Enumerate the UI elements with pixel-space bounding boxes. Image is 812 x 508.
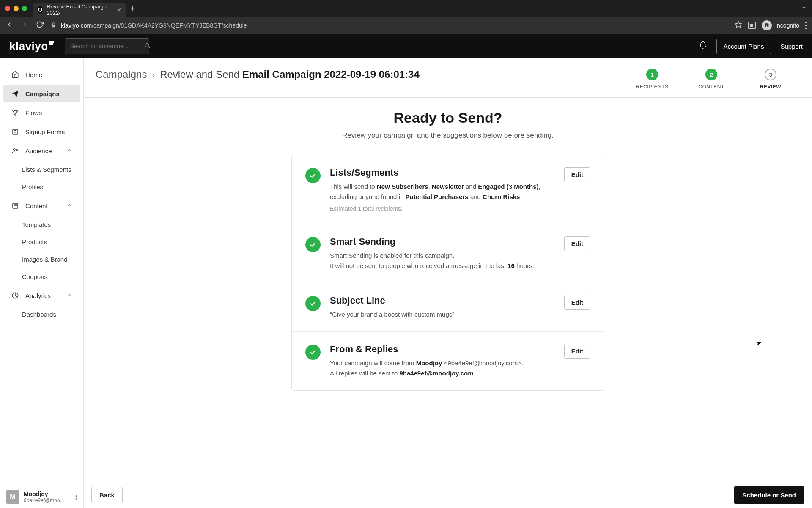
card-desc: Smart Sending is enabled for this campai… xyxy=(330,251,555,271)
updown-icon: ▴▾ xyxy=(75,494,77,500)
edit-subject-button[interactable]: Edit xyxy=(564,295,590,310)
close-tab-icon[interactable]: × xyxy=(118,6,121,13)
step-review[interactable]: 3 REVIEW xyxy=(741,69,800,90)
sidebar-item-home[interactable]: Home xyxy=(3,66,80,83)
workspace-switcher[interactable]: M Moodjoy 9ba4e9ef@moo... ▴▾ xyxy=(0,486,83,508)
svg-point-2 xyxy=(765,25,767,27)
sidebar-sub-dashboards[interactable]: Dashboards xyxy=(0,306,83,323)
check-icon xyxy=(305,345,321,360)
sidebar: Home Campaigns Flows Signup Forms Audien… xyxy=(0,58,84,508)
search-input[interactable] xyxy=(65,38,149,54)
sidebar-item-campaigns[interactable]: Campaigns xyxy=(3,85,80,102)
card-smart-sending: Smart Sending Smart Sending is enabled f… xyxy=(292,224,604,283)
card-from-replies: From & Replies Your campaign will come f… xyxy=(292,332,604,390)
window-controls xyxy=(5,6,27,11)
notifications-icon[interactable] xyxy=(699,41,707,51)
sidebar-sub-templates[interactable]: Templates xyxy=(0,216,83,233)
page-header: Campaigns › Review and Send Email Campai… xyxy=(84,58,812,98)
logo-flag-icon xyxy=(49,41,55,45)
sidebar-sub-coupons[interactable]: Coupons xyxy=(0,268,83,285)
browser-menu-icon[interactable] xyxy=(805,22,807,29)
review-subtitle: Review your campaign and the suggestions… xyxy=(342,131,554,140)
chevron-up-icon xyxy=(66,147,72,155)
content-icon xyxy=(11,202,19,210)
new-tab-button[interactable]: + xyxy=(130,4,135,14)
page-title: Review and Send Email Campaign 2022-09-1… xyxy=(160,69,420,80)
sidebar-sub-profiles[interactable]: Profiles xyxy=(0,178,83,196)
extensions-icon[interactable] xyxy=(748,22,756,29)
svg-point-4 xyxy=(145,43,149,47)
breadcrumb-separator-icon: › xyxy=(152,70,155,80)
chevron-up-icon xyxy=(66,202,72,210)
sidebar-item-content[interactable]: Content xyxy=(3,197,80,215)
logo[interactable]: klaviyo xyxy=(9,40,55,53)
content-area: Campaigns › Review and Send Email Campai… xyxy=(84,58,812,508)
sidebar-item-label: Analytics xyxy=(25,292,51,299)
url-field[interactable]: klaviyo.com/campaign/01GDAK4A2YG8NQEFMYT… xyxy=(51,22,728,29)
sidebar-item-audience[interactable]: Audience xyxy=(3,142,80,160)
card-desc: Your campaign will come from Moodjoy <9b… xyxy=(330,358,555,378)
incognito-icon xyxy=(762,20,772,30)
browser-url-bar: klaviyo.com/campaign/01GDAK4A2YG8NQEFMYT… xyxy=(0,17,812,34)
sidebar-item-label: Signup Forms xyxy=(25,128,65,135)
check-icon xyxy=(305,237,321,252)
url-text: klaviyo.com/campaign/01GDAK4A2YG8NQEFMYT… xyxy=(61,22,247,29)
card-title: Lists/Segments xyxy=(330,167,555,178)
schedule-or-send-button[interactable]: Schedule or Send xyxy=(734,486,804,504)
browser-tab-bar: Review Email Campaign 2022- × + xyxy=(0,0,812,17)
sidebar-sub-products[interactable]: Products xyxy=(0,233,83,251)
sidebar-sub-images-brand[interactable]: Images & Brand xyxy=(0,251,83,268)
tabs-overflow-icon[interactable] xyxy=(801,5,807,12)
svg-point-8 xyxy=(15,114,16,115)
review-title: Ready to Send? xyxy=(394,110,502,126)
close-window-icon[interactable] xyxy=(5,6,10,11)
back-button[interactable]: Back xyxy=(91,487,123,503)
browser-tab[interactable]: Review Email Campaign 2022- × xyxy=(33,3,126,17)
stepper: 1 RECIPIENTS 2 CONTENT 3 REVIEW xyxy=(623,69,800,90)
card-meta: Estimated 1 total recipients. xyxy=(330,205,555,212)
svg-point-6 xyxy=(13,110,14,111)
review-body: Ready to Send? Review your campaign and … xyxy=(84,98,812,508)
search-field[interactable] xyxy=(70,43,144,50)
svg-point-3 xyxy=(767,25,769,27)
audience-icon xyxy=(11,147,19,155)
sidebar-item-flows[interactable]: Flows xyxy=(3,104,80,121)
flow-icon xyxy=(11,109,19,116)
tab-title: Review Email Campaign 2022- xyxy=(47,3,114,16)
search-icon xyxy=(144,42,151,50)
footer-bar: Back Schedule or Send xyxy=(84,482,812,508)
bookmark-icon[interactable] xyxy=(735,21,742,30)
workspace-name: Moodjoy xyxy=(24,491,66,497)
review-cards: Lists/Segments This will send to New Sub… xyxy=(291,155,604,391)
minimize-window-icon[interactable] xyxy=(14,6,19,11)
analytics-icon xyxy=(11,292,19,299)
back-button[interactable] xyxy=(5,21,14,30)
edit-from-button[interactable]: Edit xyxy=(564,344,590,359)
forward-button xyxy=(20,21,29,30)
favicon-icon xyxy=(37,6,43,13)
workspace-avatar: M xyxy=(6,490,19,504)
maximize-window-icon[interactable] xyxy=(22,6,27,11)
edit-smart-button[interactable]: Edit xyxy=(564,236,590,251)
sidebar-item-analytics[interactable]: Analytics xyxy=(3,287,80,304)
home-icon xyxy=(11,71,19,78)
edit-lists-button[interactable]: Edit xyxy=(564,167,590,182)
account-plans-button[interactable]: Account Plans xyxy=(716,39,771,54)
card-subject-line: Subject Line “Give your brand a boost wi… xyxy=(292,283,604,332)
sidebar-item-label: Home xyxy=(25,71,42,78)
step-content[interactable]: 2 CONTENT xyxy=(682,69,741,90)
reload-button[interactable] xyxy=(36,21,44,30)
sidebar-item-signup-forms[interactable]: Signup Forms xyxy=(3,123,80,141)
svg-rect-0 xyxy=(52,25,55,27)
step-recipients[interactable]: 1 RECIPIENTS xyxy=(623,69,682,90)
sidebar-item-label: Campaigns xyxy=(25,90,60,97)
support-link[interactable]: Support xyxy=(780,43,803,50)
form-icon xyxy=(11,128,19,135)
svg-marker-1 xyxy=(735,22,742,28)
sidebar-sub-lists-segments[interactable]: Lists & Segments xyxy=(0,161,83,178)
svg-point-12 xyxy=(14,149,16,151)
svg-point-7 xyxy=(16,110,18,111)
incognito-badge[interactable]: Incognito xyxy=(762,20,799,30)
breadcrumb-root[interactable]: Campaigns xyxy=(96,69,147,80)
send-icon xyxy=(11,90,19,97)
